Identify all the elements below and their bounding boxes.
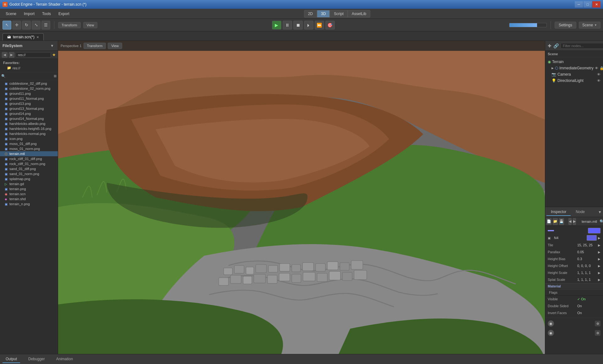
file-item[interactable]: ▣harshbricks-normal.png — [0, 131, 58, 136]
file-item[interactable]: ▣ground14.png — [0, 111, 58, 116]
insp-gear-bottom-2[interactable]: ⚙ — [595, 330, 600, 336]
file-item[interactable]: ◈terrain.shd — [0, 196, 58, 201]
insp-height-scale-row[interactable]: Height Scale 1, 1, 1, 1 ▶ — [545, 269, 603, 276]
inspector-dropdown-icon[interactable]: ▼ — [598, 210, 602, 214]
viewport[interactable]: Perspective 1 Transform View — [58, 41, 545, 354]
file-item[interactable]: ▣ground11.png — [0, 91, 58, 96]
minimize-button[interactable]: ─ — [575, 1, 583, 8]
mode-3d-button[interactable]: 3D — [317, 10, 330, 18]
inspector-tab[interactable]: Inspector — [546, 208, 571, 216]
move-tool-button[interactable]: ✛ — [12, 21, 21, 29]
view-viewport-button[interactable]: View — [108, 43, 122, 49]
output-tab[interactable]: Output — [3, 356, 20, 363]
transform-viewport-button[interactable]: Transform — [84, 43, 106, 49]
node-tab[interactable]: Node — [571, 208, 589, 216]
menu-export[interactable]: Export — [55, 10, 73, 17]
scene-search-input[interactable] — [561, 43, 603, 49]
insp-tile-row[interactable]: Tile 15, 25, 25 ▶ — [545, 242, 603, 249]
lock-icon[interactable]: 🔒 — [600, 66, 603, 70]
mode-assetlib-button[interactable]: AssetLib — [348, 10, 370, 18]
maximize-button[interactable]: □ — [584, 1, 592, 8]
file-item-terrain-mtl[interactable]: ⬡terrain.mtl — [0, 151, 58, 156]
color-swatch-2[interactable] — [588, 228, 600, 233]
scale-tool-button[interactable]: ⤡ — [32, 21, 41, 29]
insp-double-sided-row[interactable]: Double Sided On — [545, 302, 603, 309]
pause-button[interactable]: ⏸ — [283, 21, 292, 29]
file-item[interactable]: ▣moss_01_diff.png — [0, 141, 58, 146]
insp-parallax-row[interactable]: Parallax 0.05 ▶ — [545, 249, 603, 255]
debugger-tab[interactable]: Debugger — [25, 356, 48, 363]
play-scene-button[interactable]: ⏵ — [304, 21, 313, 29]
insp-save-button[interactable]: 💾 — [559, 218, 564, 225]
filesystem-dropdown[interactable]: ▼ — [49, 43, 55, 49]
insp-splat-scale-row[interactable]: Splat Scale 1, 1, 1, 1 ▶ — [545, 276, 603, 283]
eye-icon[interactable]: 👁 — [595, 66, 598, 70]
terrain-viewport-canvas[interactable] — [58, 41, 545, 354]
parallax-arrow[interactable]: ▶ — [598, 250, 600, 254]
file-item[interactable]: ▣terrain_n.png — [0, 201, 58, 206]
scene-node-immediate-geometry[interactable]: ▶ ⬡ ImmediateGeometry 👁 🔒 — [545, 65, 603, 71]
file-item[interactable]: ▷terrain.gd — [0, 181, 58, 186]
height-bias-arrow[interactable]: ▶ — [598, 257, 600, 261]
nav-back-button[interactable]: ◀ — [2, 52, 8, 58]
add-node-icon[interactable]: ✚ — [548, 43, 551, 48]
splat-scale-arrow[interactable]: ▶ — [598, 278, 600, 281]
inspector-search-icon[interactable]: 🔍 — [600, 219, 603, 224]
file-item[interactable]: ▣ground11_Normal.png — [0, 96, 58, 101]
menu-import[interactable]: Import — [21, 10, 38, 17]
color-swatch-1[interactable] — [548, 230, 554, 231]
stop-button[interactable]: ⏹ — [293, 21, 303, 29]
file-item[interactable]: ▣ground13_Normal.png — [0, 106, 58, 111]
insp-icon-2[interactable]: ◉ — [548, 330, 554, 336]
scene-node-directional-light[interactable]: 💡 DirectionalLight 👁 — [545, 78, 603, 84]
file-item[interactable]: ▣sand_01_norm.png — [0, 171, 58, 176]
play-button[interactable]: ▶ — [272, 21, 281, 29]
height-scale-arrow[interactable]: ▶ — [598, 271, 600, 275]
file-item[interactable]: ▣rock_cliff_01_norm.png — [0, 161, 58, 166]
eye-icon-cam[interactable]: 👁 — [597, 72, 600, 76]
file-item[interactable]: ▣cobblestone_02_norm.png — [0, 86, 58, 91]
favorites-res-item[interactable]: 📁 res:// — [2, 65, 56, 71]
insp-visible-row[interactable]: Visible ✓ On — [545, 296, 603, 302]
file-item[interactable]: ▣rock_cliff_01_diff.png — [0, 156, 58, 161]
transform-dropdown[interactable]: Transform — [58, 22, 81, 28]
rotate-tool-button[interactable]: ↻ — [22, 21, 31, 29]
insp-height-bias-row[interactable]: Height Bias 0.3 ▶ — [545, 255, 603, 262]
file-item[interactable]: ▣moss_01_norm.png — [0, 146, 58, 151]
n4-arrow-icon[interactable]: ▶ — [598, 236, 600, 240]
link-node-icon[interactable]: 🔗 — [553, 43, 559, 48]
height-offset-arrow[interactable]: ▶ — [598, 264, 600, 268]
file-item[interactable]: ▣icon.png — [0, 136, 58, 141]
file-item[interactable]: ▣harshbricks-height5-16.png — [0, 126, 58, 131]
file-item[interactable]: ▣ground13.png — [0, 101, 58, 106]
tab-close-button[interactable]: ✕ — [36, 35, 39, 39]
play-settings-button[interactable]: 🎯 — [325, 21, 335, 29]
grid-view-icon[interactable]: ⊞ — [54, 74, 57, 78]
insp-height-offset-row[interactable]: Height Offset 0, 0, 0, 0 ▶ — [545, 262, 603, 269]
file-item[interactable]: ▣cobblestone_02_diff.png — [0, 81, 58, 86]
insp-invert-faces-row[interactable]: Invert Faces On — [545, 309, 603, 316]
scene-node-camera[interactable]: 📷 Camera 👁 — [545, 71, 603, 78]
file-item[interactable]: ▣harshbricks-albedo.png — [0, 121, 58, 126]
insp-gear-bottom[interactable]: ⚙ — [595, 321, 600, 326]
file-item[interactable]: ▣sand_01_diff.png — [0, 166, 58, 171]
select-tool-button[interactable]: ↖ — [3, 21, 11, 29]
file-item[interactable]: ▣ground14_Normal.png — [0, 116, 58, 121]
insp-icon-1[interactable]: ◉ — [548, 320, 554, 327]
mode-script-button[interactable]: Script — [330, 10, 348, 18]
view-dropdown[interactable]: View — [83, 22, 98, 28]
play-custom-button[interactable]: ⏩ — [315, 21, 324, 29]
n4-color-swatch[interactable] — [587, 235, 597, 241]
mode-2d-button[interactable]: 2D — [304, 10, 317, 18]
eye-icon-light[interactable]: 👁 — [597, 79, 600, 83]
animation-tab[interactable]: Animation — [53, 356, 76, 363]
insp-next-button[interactable]: ▶ — [573, 218, 576, 225]
settings-button[interactable]: Settings — [555, 22, 576, 29]
insp-prev-button[interactable]: ◀ — [568, 218, 572, 225]
file-item[interactable]: ▣splatmap.png — [0, 176, 58, 181]
nav-forward-button[interactable]: ▶ — [9, 52, 14, 58]
file-item[interactable]: ▣terrain.png — [0, 186, 58, 191]
favorites-star[interactable]: ★ — [52, 52, 56, 57]
file-item[interactable]: ◉terrain.scn — [0, 191, 58, 196]
scene-panel-button[interactable]: Scene ▼ — [579, 22, 600, 29]
